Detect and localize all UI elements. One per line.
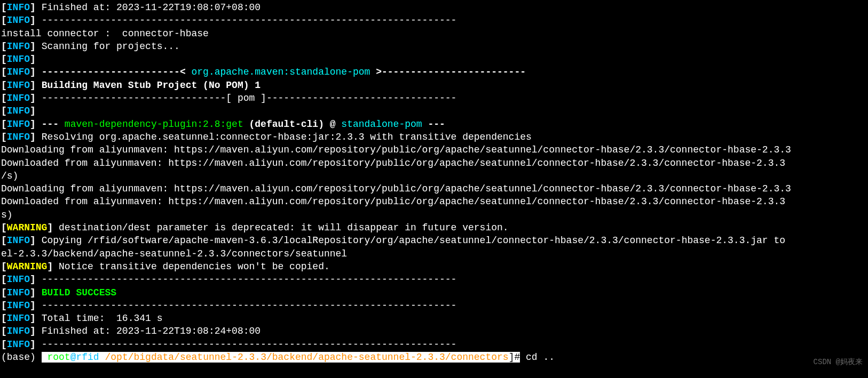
- terminal-line: [WARNING] Notice transitive dependencies…: [1, 260, 867, 273]
- terminal-line: install connector : connector-hbase: [1, 27, 867, 40]
- terminal-line: [INFO] Finished at: 2023-11-22T19:08:07+…: [1, 1, 867, 14]
- terminal-line: [INFO] BUILD SUCCESS: [1, 286, 867, 299]
- terminal-line: Downloading from aliyunmaven: https://ma…: [1, 143, 867, 156]
- terminal-output[interactable]: [INFO] Finished at: 2023-11-22T19:08:07+…: [1, 1, 867, 364]
- terminal-line: [INFO] ------------------------< org.apa…: [1, 66, 867, 78]
- terminal-line: [INFO] --------------------------------[…: [1, 92, 867, 104]
- terminal-line: [INFO] ---------------------------------…: [1, 299, 867, 312]
- terminal-line: [INFO] --- maven-dependency-plugin:2.8:g…: [1, 118, 867, 131]
- terminal-line: [INFO] Building Maven Stub Project (No P…: [1, 79, 867, 92]
- terminal-line: [INFO]: [1, 104, 867, 117]
- command-input[interactable]: cd ..: [520, 352, 555, 363]
- terminal-line: [INFO]: [1, 53, 867, 66]
- terminal-prompt[interactable]: (base) root@rfid /opt/bigdata/seatunnel-…: [1, 351, 867, 364]
- terminal-line: [INFO] Finished at: 2023-11-22T19:08:24+…: [1, 325, 867, 337]
- terminal-line: [INFO] Total time: 16.341 s: [1, 312, 867, 325]
- terminal-line: Downloaded from aliyunmaven: https://mav…: [1, 195, 867, 208]
- terminal-line: [INFO] Resolving org.apache.seatunnel:co…: [1, 131, 867, 143]
- terminal-line: Downloaded from aliyunmaven: https://mav…: [1, 157, 867, 170]
- terminal-line: [INFO] ---------------------------------…: [1, 338, 867, 351]
- terminal-line: s): [1, 208, 867, 221]
- terminal-line: el-2.3.3/backend/apache-seatunnel-2.3.3/…: [1, 247, 867, 260]
- terminal-line: [INFO] ---------------------------------…: [1, 273, 867, 286]
- terminal-line: [INFO] ---------------------------------…: [1, 14, 867, 27]
- watermark: CSDN @妈夜来: [814, 357, 863, 367]
- terminal-line: [INFO] Scanning for projects...: [1, 40, 867, 53]
- terminal-line: Downloading from aliyunmaven: https://ma…: [1, 182, 867, 195]
- terminal-line: [INFO] Copying /rfid/software/apache-mav…: [1, 234, 867, 247]
- terminal-line: /s): [1, 170, 867, 182]
- terminal-line: [WARNING] destination/dest parameter is …: [1, 221, 867, 234]
